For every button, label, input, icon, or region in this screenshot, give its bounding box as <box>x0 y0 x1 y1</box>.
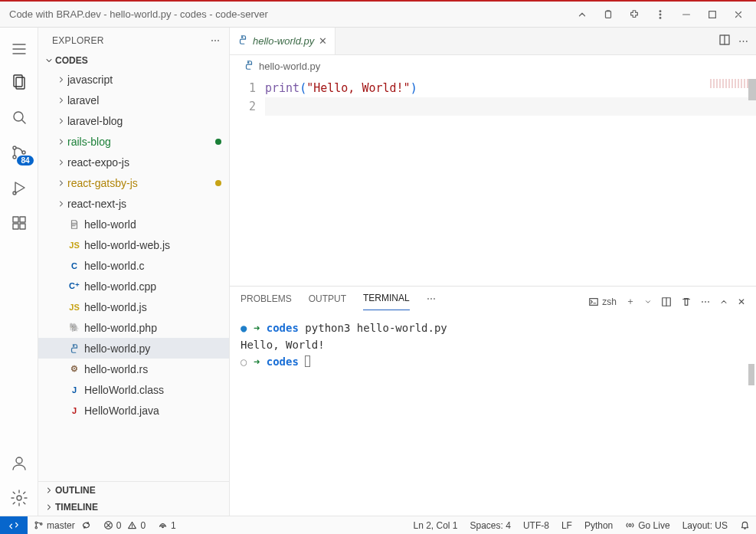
status-cursor[interactable]: Ln 2, Col 1 <box>407 520 463 531</box>
svg-point-18 <box>73 345 74 346</box>
file-hello-world[interactable]: hello-world <box>38 214 229 234</box>
account-icon[interactable] <box>0 445 38 480</box>
file-hello-world-py[interactable]: hello-world.py <box>38 338 229 359</box>
breadcrumb[interactable]: hello-world.py <box>230 55 756 77</box>
section-timeline[interactable]: TIMELINE <box>38 499 229 516</box>
settings-gear-icon[interactable] <box>0 480 38 516</box>
tab-output[interactable]: OUTPUT <box>309 293 346 310</box>
maximize-button[interactable] <box>701 4 724 25</box>
file-hello-world-js[interactable]: JShello-world.js <box>38 296 229 317</box>
panel-more-icon[interactable]: ⋯ <box>427 293 436 310</box>
file-helloworld-class[interactable]: JHelloWorld.class <box>38 379 229 400</box>
file-hello-world-web-js[interactable]: JShello-world-web.js <box>38 234 229 255</box>
split-terminal-icon[interactable] <box>661 296 672 307</box>
status-problems[interactable]: 0 0 <box>97 520 152 531</box>
editor-area: hello-world.py ✕ ⋯ hello-world.py 12 pri… <box>230 28 756 516</box>
svg-rect-0 <box>606 11 611 18</box>
kebab-menu-icon[interactable] <box>649 4 672 25</box>
folder-react-next-js[interactable]: react-next-js <box>38 193 229 214</box>
section-codes[interactable]: CODES <box>38 52 229 69</box>
item-label: HelloWorld.class <box>84 384 229 396</box>
file-hello-world-cpp[interactable]: C⁺hello-world.cpp <box>38 276 229 296</box>
editor-tabs: hello-world.py ✕ ⋯ <box>230 28 756 55</box>
folder-react-expo-js[interactable]: react-expo-js <box>38 152 229 172</box>
js-icon: JS <box>67 241 81 250</box>
terminal-shell-select[interactable]: zsh <box>588 296 617 307</box>
php-icon: 🐘 <box>67 323 81 333</box>
editor-scrollbar[interactable] <box>748 77 756 286</box>
status-golive[interactable]: Go Live <box>619 520 676 531</box>
folder-laravel-blog[interactable]: laravel-blog <box>38 110 229 131</box>
scm-activity[interactable]: 84 <box>0 135 38 170</box>
close-button[interactable] <box>727 4 750 25</box>
txt-icon <box>67 219 81 230</box>
tab-hello-world-py[interactable]: hello-world.py ✕ <box>230 28 335 54</box>
folder-react-gatsby-js[interactable]: react-gatsby-js <box>38 172 229 193</box>
file-tree: javascriptlaravellaravel-blograils-blogr… <box>38 69 229 481</box>
extension-icon[interactable] <box>623 4 646 25</box>
extensions-activity[interactable] <box>0 205 38 241</box>
chevron-right-icon <box>55 116 67 126</box>
folder-rails-blog[interactable]: rails-blog <box>38 131 229 152</box>
chevron-right-icon <box>55 158 67 167</box>
file-helloworld-java[interactable]: JHelloWorld.java <box>38 400 229 421</box>
minimap[interactable] <box>710 79 750 88</box>
svg-point-19 <box>241 37 242 38</box>
chevron-right-icon <box>55 137 67 146</box>
cpp-icon: C⁺ <box>67 281 81 291</box>
section-outline[interactable]: OUTLINE <box>38 482 229 499</box>
svg-rect-13 <box>20 217 25 222</box>
status-bell-icon[interactable] <box>734 520 756 530</box>
status-eol[interactable]: LF <box>555 520 578 531</box>
maximize-panel-icon[interactable] <box>719 297 728 306</box>
svg-point-28 <box>162 526 164 528</box>
chevron-right-icon <box>55 199 67 208</box>
sidebar-more-icon[interactable]: ⋯ <box>211 35 220 46</box>
status-bar: master 0 0 1 Ln 2, Col 1 Spaces: 4 UTF-8… <box>0 516 756 534</box>
file-hello-world-php[interactable]: 🐘hello-world.php <box>38 317 229 338</box>
item-label: hello-world.js <box>84 301 229 313</box>
terminal-body[interactable]: ● ➜ codes python3 hello-world.py Hello, … <box>230 310 756 516</box>
status-branch[interactable]: master <box>28 520 97 531</box>
rs-icon: ⚙ <box>67 364 81 374</box>
window-title: Code with BRAP.dev - hello-world.py - co… <box>6 8 571 20</box>
close-panel-icon[interactable]: ✕ <box>738 296 745 307</box>
run-debug-activity[interactable] <box>0 170 38 205</box>
chevron-down-button[interactable] <box>571 4 594 25</box>
item-label: hello-world.py <box>84 342 229 355</box>
kill-terminal-icon[interactable] <box>681 296 692 307</box>
status-ports[interactable]: 1 <box>152 520 182 531</box>
status-language[interactable]: Python <box>578 520 619 531</box>
git-modified-dot <box>215 139 221 145</box>
tab-close-icon[interactable]: ✕ <box>319 35 327 47</box>
svg-point-11 <box>13 192 16 195</box>
file-hello-world-c[interactable]: Chello-world.c <box>38 255 229 276</box>
item-label: hello-world-web.js <box>84 239 229 251</box>
clipboard-icon[interactable] <box>597 4 620 25</box>
remote-indicator[interactable] <box>0 516 28 534</box>
terminal-scrollbar[interactable] <box>748 364 754 385</box>
editor-more-icon[interactable]: ⋯ <box>738 35 748 47</box>
split-editor-icon[interactable] <box>718 34 731 48</box>
search-activity[interactable] <box>0 100 38 135</box>
sidebar-title: EXPLORER <box>52 35 211 46</box>
panel-overflow-icon[interactable]: ⋯ <box>701 296 710 307</box>
status-spaces[interactable]: Spaces: 4 <box>464 520 517 531</box>
explorer-activity[interactable] <box>0 64 38 100</box>
menu-icon[interactable] <box>0 34 38 64</box>
status-encoding[interactable]: UTF-8 <box>517 520 555 531</box>
tab-problems[interactable]: PROBLEMS <box>241 293 292 310</box>
terminal-dropdown-icon[interactable] <box>644 298 652 306</box>
folder-javascript[interactable]: javascript <box>38 69 229 90</box>
folder-laravel[interactable]: laravel <box>38 90 229 110</box>
chevron-right-icon <box>55 75 67 84</box>
tab-terminal[interactable]: TERMINAL <box>363 293 410 310</box>
minimize-button[interactable] <box>675 4 698 25</box>
file-hello-world-rs[interactable]: ⚙hello-world.rs <box>38 359 229 379</box>
new-terminal-icon[interactable]: ＋ <box>626 295 635 308</box>
svg-rect-5 <box>14 75 22 87</box>
bottom-panel: PROBLEMS OUTPUT TERMINAL ⋯ zsh ＋ ⋯ ✕ ● ➜… <box>230 286 756 516</box>
item-label: react-expo-js <box>67 156 229 169</box>
status-layout[interactable]: Layout: US <box>676 520 734 531</box>
code-editor[interactable]: 12 print("Hello, World!") <box>230 77 756 286</box>
